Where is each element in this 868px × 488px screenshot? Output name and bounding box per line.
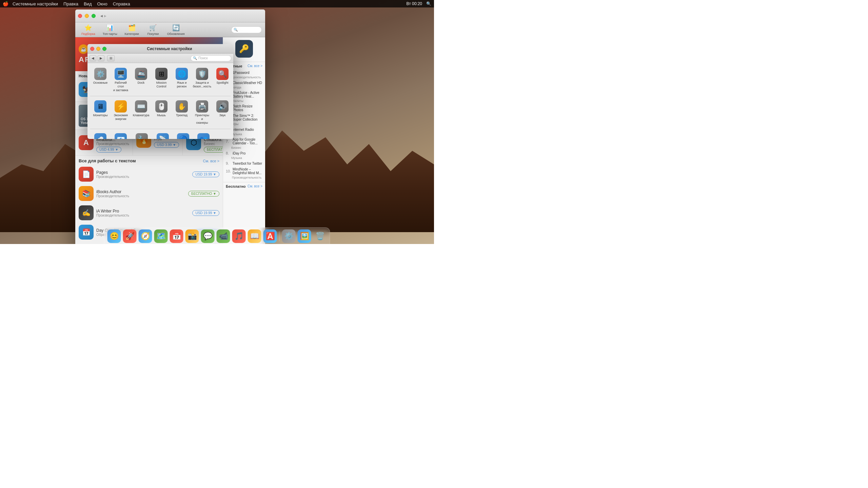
appstore-tab-purchases[interactable]: 🛒 Покупки	[144, 23, 162, 36]
dock-itunes[interactable]: 🎵	[232, 229, 246, 243]
pages-price[interactable]: USD 19.99 ▼	[192, 171, 219, 177]
sysprefs-minimize-button[interactable]	[96, 47, 100, 51]
menubar-view[interactable]: Вид	[84, 1, 92, 6]
keyboard-icon: ⌨️	[135, 100, 147, 113]
energy-icon: ⚡	[115, 100, 127, 113]
sysprefs-search-box[interactable]: 🔍 Поиск	[191, 55, 231, 61]
sysprefs-maximize-button[interactable]	[102, 47, 106, 51]
sp-item-monitors[interactable]: 🖥 Мониторы	[90, 99, 111, 126]
appstore-tab-topcharts[interactable]: 📊 Топ-чарты	[100, 23, 120, 36]
sp-item-notifications[interactable]: 🔔 Уведомления	[233, 66, 233, 93]
sp-item-extensions[interactable]: 🔧 Расширения	[131, 132, 153, 139]
dock-appstore[interactable]: 🅰️	[263, 229, 277, 243]
text-section-header: Все для работы с текстом См. все >	[75, 156, 223, 165]
dock-sysprefs[interactable]: ⚙️	[282, 229, 296, 243]
icloud-icon: ☁️	[94, 133, 106, 139]
paid-rank-10[interactable]: 10.MindNode – Delightful Mind M...	[226, 166, 262, 176]
dock-preview[interactable]: 🖼️	[297, 229, 312, 243]
mouse-icon: 🖱️	[155, 100, 167, 113]
sysprefs-grid-btn[interactable]: ⊞	[107, 55, 115, 61]
appstore-tab-updates[interactable]: 🔄 Обновления	[164, 23, 188, 36]
sp-item-mouse[interactable]: 🖱️ Мышь	[151, 99, 172, 126]
language-icon: 🌐	[176, 68, 188, 80]
sysprefs-section-2: 🖥 Мониторы ⚡ Экономияэнергии ⌨️ Клавиату…	[90, 99, 231, 129]
printers-icon: 🖨️	[196, 100, 208, 113]
text-section-see-all[interactable]: См. все >	[203, 159, 219, 163]
dock-calendar[interactable]: 📅	[170, 229, 184, 243]
sp-item-internetaccounts[interactable]: 📧 Уч. записиИнтернета	[111, 132, 131, 139]
dock-maps[interactable]: 🗺️	[154, 229, 168, 243]
appstore-fwd-btn[interactable]: ▶	[104, 14, 106, 18]
sp-item-icloud[interactable]: ☁️ iCloud	[90, 132, 111, 139]
dock-messages[interactable]: 💬	[201, 229, 215, 243]
sysprefs-search-placeholder: Поиск	[198, 56, 208, 60]
paid-rank-8[interactable]: 8.iDay Pro	[226, 150, 262, 156]
sp-item-desktop[interactable]: 🖥️ Рабочий столи заставка	[111, 66, 131, 93]
ia-writer-price[interactable]: USD 19.99 ▼	[192, 210, 219, 216]
appstore-maximize-button[interactable]	[92, 14, 96, 18]
bluetooth-icon: 🔵	[177, 133, 189, 139]
appstore-titlebar: ◀ ▶	[75, 9, 265, 22]
appstore-tab-categories[interactable]: 🗂️ Категории	[122, 23, 142, 36]
menubar-search-icon[interactable]: 🔍	[426, 1, 431, 6]
ibooks-author-icon: 📚	[79, 186, 94, 201]
free-see-all[interactable]: См. все >	[248, 184, 262, 188]
sysprefs-section-3: ☁️ iCloud 📧 Уч. записиИнтернета 🔧 Расшир…	[90, 132, 231, 139]
dock-facetime[interactable]: 📹	[216, 229, 231, 243]
sysprefs-title: Системные настройки	[108, 46, 231, 51]
dock-trash[interactable]: 🗑️	[313, 229, 327, 243]
1password-icon: 🔑	[235, 40, 253, 58]
dock-photos[interactable]: 📸	[185, 229, 199, 243]
security-icon: 🛡️	[196, 68, 208, 80]
sp-item-dock[interactable]: 🚢 Dock	[131, 66, 151, 93]
paid-see-all[interactable]: См. все >	[248, 64, 262, 68]
dock-launchpad[interactable]: 🚀	[123, 229, 137, 243]
sysprefs-back-btn[interactable]: ◀	[90, 55, 96, 61]
sysprefs-window: Системные настройки ◀ ▶ ⊞ 🔍 Поиск ⚙️ Осн…	[87, 44, 233, 139]
menubar-window[interactable]: Окно	[97, 1, 107, 6]
sysprefs-search-icon: 🔍	[193, 56, 197, 60]
sysprefs-close-button[interactable]	[90, 47, 94, 51]
ia-writer-icon: ✍️	[79, 205, 94, 220]
sp-item-keyboard[interactable]: ⌨️ Клавиатура	[131, 99, 151, 126]
app-pages[interactable]: 📄 Pages Производительность USD 19.99 ▼	[79, 165, 219, 184]
sp-item-energy[interactable]: ⚡ Экономияэнергии	[111, 99, 131, 126]
sp-item-printers[interactable]: 🖨️ Принтеры исканеры	[192, 99, 212, 126]
sp-item-language[interactable]: 🌐 Язык ирегион	[172, 66, 192, 93]
dock-divider	[279, 231, 280, 241]
app-ibooks-author[interactable]: 📚 iBooks Author Производительность БЕСПЛ…	[79, 184, 219, 203]
app-ia-writer[interactable]: ✍️ iA Writer Pro Производительность USD …	[79, 203, 219, 223]
pages-icon: 📄	[79, 167, 94, 182]
appstore-tab-featured[interactable]: ⭐ Подборка	[79, 23, 98, 36]
sp-item-sound[interactable]: 🔊 Звук	[212, 99, 233, 126]
ibooks-author-price[interactable]: БЕСПЛАТНО ▼	[188, 191, 219, 197]
sp-item-mission[interactable]: ⊞ MissionControl	[151, 66, 172, 93]
sound-icon: 🔊	[216, 100, 229, 113]
sp-item-network[interactable]: 📡 Сеть	[153, 132, 173, 139]
sp-item-osnovy[interactable]: ⚙️ Основные	[90, 66, 111, 93]
categories-icon: 🗂️	[128, 24, 136, 32]
dock-finder[interactable]: 😊	[107, 229, 121, 243]
dock-ibooks[interactable]: 📖	[248, 229, 262, 243]
sp-item-security[interactable]: 🛡️ Защита ибезоп...ность	[192, 66, 212, 93]
purchases-icon: 🛒	[149, 24, 157, 32]
sp-item-spotlight[interactable]: 🔍 Spotlight	[212, 66, 233, 93]
free-section: Бесплатно См. все >	[223, 182, 265, 192]
menubar-edit[interactable]: Правка	[63, 1, 78, 6]
paid-rank-9[interactable]: 9.Tweetbot for Twitter	[226, 160, 262, 166]
sp-item-trackpad[interactable]: ✋ Трекпад	[172, 99, 192, 126]
sp-item-bluetooth[interactable]: 🔵 Bluetooth	[173, 132, 193, 139]
sharing-icon: 👥	[197, 133, 210, 139]
appstore-search-input[interactable]	[240, 28, 259, 32]
sysprefs-fwd-btn[interactable]: ▶	[98, 55, 104, 61]
appstore-minimize-button[interactable]	[85, 14, 89, 18]
menubar-app-name[interactable]: Системные настройки	[13, 1, 58, 6]
sp-item-sharing[interactable]: 👥 Общийдоступ	[193, 132, 214, 139]
dock-safari[interactable]: 🧭	[138, 229, 153, 243]
appstore-back-btn[interactable]: ◀	[100, 14, 103, 18]
mission-icon: ⊞	[155, 68, 167, 80]
menubar-help[interactable]: Справка	[113, 1, 130, 6]
updates-icon: 🔄	[172, 24, 180, 32]
appstore-close-button[interactable]	[78, 14, 82, 18]
apple-menu[interactable]: 🍎	[3, 1, 8, 6]
